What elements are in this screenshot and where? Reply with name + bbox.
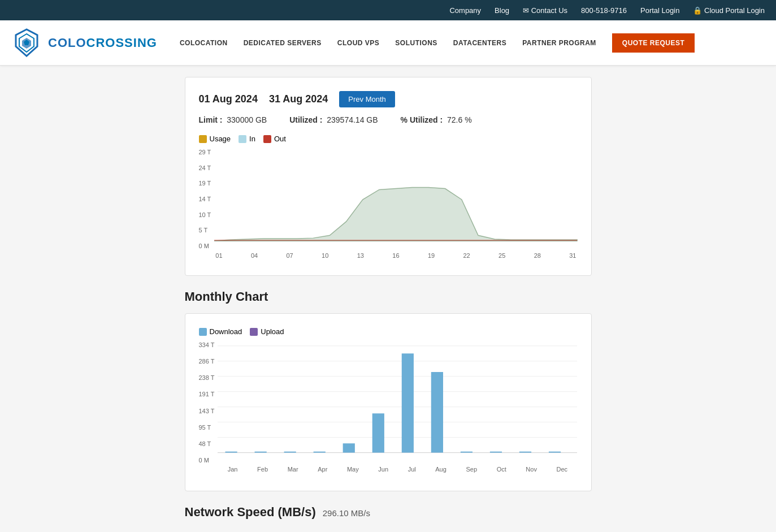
date-header: 01 Aug 2024 31 Aug 2024 Prev Month (199, 91, 578, 107)
phone-number: 800-518-9716 (581, 6, 627, 15)
daily-chart-legend: Usage In Out (199, 135, 578, 143)
bar-chart-container: Jan Feb Mar Apr May Jun Jul Aug Sep Oct … (218, 341, 577, 477)
svg-rect-14 (284, 452, 296, 453)
date-range: 01 Aug 2024 31 Aug 2024 (199, 93, 328, 105)
utilized-stat: Utilized : 239574.14 GB (289, 115, 378, 124)
limit-stat: Limit : 330000 GB (199, 115, 267, 124)
nav-datacenters[interactable]: DATACENTERS (448, 39, 512, 47)
nav-cloud-vps[interactable]: CLOUD VPS (332, 39, 385, 47)
usage-legend-box (199, 135, 207, 143)
monthly-bar-chart-svg (218, 341, 577, 463)
network-speed-section: Network Speed (MB/s) 296.10 MB/s (185, 505, 592, 520)
daily-x-labels: 01 04 07 10 13 16 19 22 25 28 31 (214, 252, 577, 259)
svg-rect-20 (461, 452, 472, 453)
contact-link[interactable]: ✉ Contact Us (523, 6, 567, 15)
blog-link[interactable]: Blog (495, 6, 509, 15)
network-speed-title: Network Speed (MB/s) (185, 505, 316, 520)
download-legend-box (199, 328, 207, 336)
monthly-chart-card: Download Upload 334 T 286 T 238 T 191 T … (185, 313, 592, 491)
upload-legend-item: Upload (250, 327, 284, 336)
monthly-chart-title: Monthly Chart (185, 289, 592, 304)
monthly-chart-wrapper: 334 T 286 T 238 T 191 T 143 T 95 T 48 T … (199, 341, 578, 477)
svg-rect-17 (372, 413, 384, 452)
monthly-chart-legend: Download Upload (199, 327, 578, 336)
monthly-x-labels: Jan Feb Mar Apr May Jun Jul Aug Sep Oct … (218, 466, 577, 473)
company-link[interactable]: Company (449, 6, 481, 15)
in-legend-item: In (239, 135, 255, 143)
svg-rect-12 (226, 452, 237, 453)
svg-rect-23 (549, 452, 561, 453)
out-legend-item: Out (263, 135, 286, 143)
logo-text: COLOCROSSING (48, 36, 157, 50)
nav-partner-program[interactable]: PARTNER PROGRAM (517, 39, 602, 47)
quote-request-button[interactable]: QUOTE REQUEST (612, 33, 695, 53)
svg-rect-21 (490, 452, 502, 453)
logo[interactable]: COLOCROSSING (11, 27, 157, 58)
nav-links: COLOCATION DEDICATED SERVERS CLOUD VPS S… (174, 33, 765, 53)
cloud-portal-label: Cloud Portal Login (704, 6, 765, 15)
monthly-y-axis: 334 T 286 T 238 T 191 T 143 T 95 T 48 T … (199, 341, 218, 477)
svg-rect-22 (519, 452, 531, 453)
usage-legend-item: Usage (199, 135, 231, 143)
svg-rect-15 (314, 452, 326, 453)
logo-icon (11, 27, 42, 58)
download-legend-item: Download (199, 327, 242, 336)
svg-rect-18 (402, 353, 414, 452)
pct-utilized-stat: % Utilized : 72.6 % (401, 115, 472, 124)
network-speed-value: 296.10 MB/s (323, 508, 370, 518)
contact-label: Contact Us (531, 6, 567, 15)
nav-solutions[interactable]: SOLUTIONS (389, 39, 443, 47)
out-legend-box (263, 135, 271, 143)
upload-legend-box (250, 328, 258, 336)
nav-bar: COLOCROSSING COLOCATION DEDICATED SERVER… (0, 20, 776, 66)
daily-usage-card: 01 Aug 2024 31 Aug 2024 Prev Month Limit… (185, 77, 592, 276)
daily-chart-container: 29 T 24 T 19 T 14 T 10 T 5 T 0 M 01 (199, 149, 578, 262)
nav-dedicated-servers[interactable]: DEDICATED SERVERS (238, 39, 327, 47)
main-content: 01 Aug 2024 31 Aug 2024 Prev Month Limit… (174, 77, 603, 520)
cloud-portal-link[interactable]: 🔒 Cloud Portal Login (693, 6, 765, 15)
daily-chart-wrapper: 01 04 07 10 13 16 19 22 25 28 31 (214, 149, 577, 262)
monthly-chart-section: Monthly Chart Download Upload 334 T 286 … (185, 289, 592, 491)
svg-rect-13 (255, 452, 267, 453)
daily-chart-svg (214, 149, 577, 250)
in-legend-box (239, 135, 246, 143)
portal-login-link[interactable]: Portal Login (640, 6, 679, 15)
email-icon: ✉ (523, 6, 529, 15)
top-bar: Company Blog ✉ Contact Us 800-518-9716 P… (0, 0, 776, 20)
stats-row: Limit : 330000 GB Utilized : 239574.14 G… (199, 115, 578, 124)
lock-icon: 🔒 (693, 6, 702, 15)
y-axis-labels: 29 T 24 T 19 T 14 T 10 T 5 T 0 M (199, 149, 215, 262)
svg-rect-16 (343, 443, 355, 452)
prev-month-button[interactable]: Prev Month (339, 91, 394, 107)
nav-colocation[interactable]: COLOCATION (174, 39, 233, 47)
svg-rect-19 (431, 372, 443, 453)
